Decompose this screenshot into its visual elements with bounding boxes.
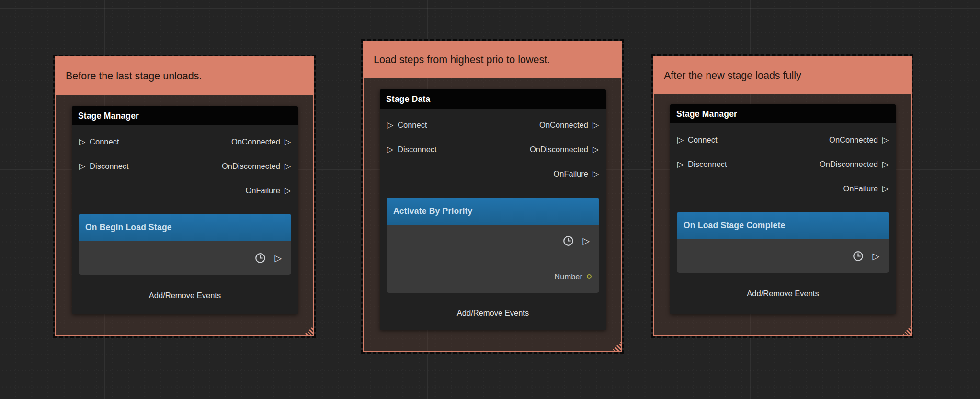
node-title: Stage Manager xyxy=(676,109,737,119)
input-pin-disconnect[interactable]: ▷ Disconnect xyxy=(677,160,727,169)
comment-group-title-bar[interactable]: Load steps from highest prio to lowest. xyxy=(364,42,621,78)
pin-area: ▷ Connect OnConnected ▷ ▷ Disconnect OnD… xyxy=(72,125,298,203)
exec-pin-icon[interactable]: ▷ xyxy=(882,136,889,144)
comment-group-after-load[interactable]: After the new stage loads fully Stage Ma… xyxy=(653,56,912,336)
pin-label: OnConnected xyxy=(829,135,878,144)
exec-pin-icon[interactable]: ▷ xyxy=(593,170,599,178)
comment-text: Load steps from highest prio to lowest. xyxy=(374,54,550,66)
output-pin-onfailure[interactable]: OnFailure ▷ xyxy=(843,184,889,193)
node-title: Stage Data xyxy=(386,94,430,104)
node-canvas[interactable]: Before the last stage unloads. Stage Man… xyxy=(0,0,980,399)
pin-row: OnFailure ▷ xyxy=(670,177,896,201)
output-pin-onfailure[interactable]: OnFailure ▷ xyxy=(245,186,291,195)
pin-label: Disconnect xyxy=(688,160,727,169)
event-body: ▷ xyxy=(79,241,291,275)
node-title: Stage Manager xyxy=(78,111,139,121)
pin-label: Connect xyxy=(688,135,717,144)
pin-label: Connect xyxy=(398,121,427,130)
output-pin-ondisconnected[interactable]: OnDisconnected ▷ xyxy=(530,145,599,154)
number-pin-icon[interactable] xyxy=(587,274,592,279)
event-title-bar[interactable]: Activate By Priority xyxy=(387,198,599,225)
pin-label: Disconnect xyxy=(90,162,129,171)
output-pin-onconnected[interactable]: OnConnected ▷ xyxy=(829,135,889,144)
exec-pin-icon[interactable]: ▷ xyxy=(274,254,282,263)
latent-output-row: ▷ xyxy=(79,241,291,275)
clock-icon xyxy=(853,251,864,262)
node-title-bar[interactable]: Stage Manager xyxy=(72,106,298,125)
pin-row: ▷ Connect OnConnected ▷ xyxy=(72,130,298,154)
exec-pin-icon[interactable]: ▷ xyxy=(387,121,393,129)
node-stage-data[interactable]: Stage Data ▷ Connect OnConnected ▷ ▷ xyxy=(380,89,606,330)
output-pin-onfailure[interactable]: OnFailure ▷ xyxy=(553,169,599,178)
event-handler-on-load-stage-complete: On Load Stage Complete ▷ xyxy=(677,212,889,273)
comment-text: After the new stage loads fully xyxy=(664,70,801,82)
pin-row: ▷ Disconnect OnDisconnected ▷ xyxy=(72,154,298,178)
pin-area: ▷ Connect OnConnected ▷ ▷ Disconnect OnD… xyxy=(670,123,896,201)
input-pin-connect[interactable]: ▷ Connect xyxy=(677,135,718,144)
latent-output-row: ▷ xyxy=(387,225,599,256)
comment-group-before-unload[interactable]: Before the last stage unloads. Stage Man… xyxy=(55,56,314,336)
exec-pin-icon[interactable]: ▷ xyxy=(593,145,599,154)
output-pin-ondisconnected[interactable]: OnDisconnected ▷ xyxy=(820,160,889,169)
pin-label: OnFailure xyxy=(843,184,877,193)
exec-pin-icon[interactable]: ▷ xyxy=(872,252,879,261)
data-output-row: Number xyxy=(387,267,599,286)
pin-label: OnDisconnected xyxy=(820,160,878,169)
add-remove-events-button[interactable]: Add/Remove Events xyxy=(380,309,606,318)
event-title: Activate By Priority xyxy=(393,206,472,216)
clock-icon xyxy=(563,235,574,246)
output-pin-ondisconnected[interactable]: OnDisconnected ▷ xyxy=(222,162,291,171)
exec-pin-icon[interactable]: ▷ xyxy=(285,187,291,195)
comment-group-load-steps[interactable]: Load steps from highest prio to lowest. … xyxy=(363,41,622,352)
pin-row: ▷ Connect OnConnected ▷ xyxy=(670,128,896,152)
exec-pin-icon[interactable]: ▷ xyxy=(285,162,291,170)
event-handler-on-begin-load-stage: On Begin Load Stage ▷ xyxy=(79,214,291,275)
input-pin-disconnect[interactable]: ▷ Disconnect xyxy=(79,162,129,171)
event-title-bar[interactable]: On Load Stage Complete xyxy=(677,212,889,239)
pin-row: ▷ Disconnect OnDisconnected ▷ xyxy=(670,152,896,177)
add-remove-events-button[interactable]: Add/Remove Events xyxy=(72,291,298,300)
exec-pin-icon[interactable]: ▷ xyxy=(677,136,684,144)
latent-output-row: ▷ xyxy=(677,239,889,273)
exec-pin-icon[interactable]: ▷ xyxy=(582,236,590,245)
pin-row: OnFailure ▷ xyxy=(72,178,298,203)
pin-label: OnConnected xyxy=(231,137,280,146)
exec-pin-icon[interactable]: ▷ xyxy=(593,121,599,129)
node-stage-manager-1[interactable]: Stage Manager ▷ Connect OnConnected ▷ ▷ xyxy=(72,106,298,314)
event-title-bar[interactable]: On Begin Load Stage xyxy=(79,214,291,241)
pin-label: OnFailure xyxy=(245,186,280,195)
number-pin-label: Number xyxy=(554,272,582,281)
input-pin-connect[interactable]: ▷ Connect xyxy=(387,121,427,130)
add-remove-events-button[interactable]: Add/Remove Events xyxy=(670,289,896,298)
pin-label: OnFailure xyxy=(553,169,588,178)
output-pin-onconnected[interactable]: OnConnected ▷ xyxy=(231,137,291,146)
exec-pin-icon[interactable]: ▷ xyxy=(285,138,291,146)
input-pin-connect[interactable]: ▷ Connect xyxy=(79,137,119,146)
pin-label: OnConnected xyxy=(539,121,588,130)
comment-group-title-bar[interactable]: After the new stage loads fully xyxy=(654,57,911,94)
pin-row: ▷ Connect OnConnected ▷ xyxy=(380,113,606,137)
exec-pin-icon[interactable]: ▷ xyxy=(79,162,85,170)
group-resize-handle[interactable] xyxy=(901,326,911,335)
pin-label: Connect xyxy=(90,137,119,146)
output-pin-onconnected[interactable]: OnConnected ▷ xyxy=(539,121,599,130)
exec-pin-icon[interactable]: ▷ xyxy=(79,138,85,146)
event-title: On Load Stage Complete xyxy=(684,221,785,231)
pin-label: OnDisconnected xyxy=(222,162,280,171)
node-title-bar[interactable]: Stage Data xyxy=(380,89,606,109)
pin-row: OnFailure ▷ xyxy=(380,162,606,186)
event-body: ▷ Number xyxy=(387,225,599,293)
exec-pin-icon[interactable]: ▷ xyxy=(882,160,889,168)
exec-pin-icon[interactable]: ▷ xyxy=(677,160,684,168)
exec-pin-icon[interactable]: ▷ xyxy=(387,145,393,154)
event-handler-activate-by-priority: Activate By Priority ▷ Number xyxy=(387,198,599,293)
exec-pin-icon[interactable]: ▷ xyxy=(882,185,889,193)
comment-group-title-bar[interactable]: Before the last stage unloads. xyxy=(56,57,313,95)
event-body: ▷ xyxy=(677,239,889,273)
pin-label: Disconnect xyxy=(398,145,437,154)
group-resize-handle[interactable] xyxy=(304,326,313,335)
node-stage-manager-2[interactable]: Stage Manager ▷ Connect OnConnected ▷ ▷ xyxy=(670,104,896,314)
node-title-bar[interactable]: Stage Manager xyxy=(670,104,896,123)
input-pin-disconnect[interactable]: ▷ Disconnect xyxy=(387,145,437,154)
group-resize-handle[interactable] xyxy=(612,342,621,351)
